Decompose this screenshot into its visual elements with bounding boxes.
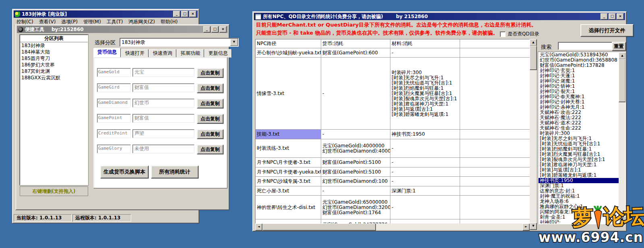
scroll-right-icon[interactable]: ► [522,223,530,231]
totals-listbox[interactable]: 元宝(GameGold):531894360幻世币(GameDiamond):3… [538,52,626,224]
checkbox-icon[interactable] [500,31,506,37]
partition-item[interactable]: 183封神录 [20,42,88,49]
game-manager-titlebar[interactable]: 183封神录 [商业版] _ □ × [14,10,198,18]
npc-path: 神的世界\转生之术-disi.txt [257,205,320,210]
material-cost-line: [时装]与返璞[古]:1 [392,107,458,112]
table-vertical-scrollbar[interactable]: ▲ ▼ [530,39,536,230]
maximize-icon[interactable]: □ [609,13,616,20]
partition-select[interactable]: 183封神录 ▼ [120,38,239,47]
npc-path-cell[interactable]: 时装洗练-3.txt [256,139,321,157]
close-icon[interactable]: × [189,11,196,17]
tab-快速查询[interactable]: 快速查询 [149,49,176,58]
partition-item[interactable]: 188GXX云裳沉默 [20,74,88,81]
tab-货币信息[interactable]: 货币信息 [93,48,121,58]
currency-row: GameGold元宝点击复制 [94,68,227,77]
open-selected-file-button[interactable]: 选择行打开文件 [580,24,634,37]
currency-cost-cell: - [321,186,390,195]
tab-拓展功能[interactable]: 拓展功能 [177,49,204,58]
partition-item[interactable]: 184神墓大陆 [20,49,88,55]
close-icon[interactable]: × [617,13,624,20]
consumption-table[interactable]: NPC路径货币:消耗材料:消耗开心制作\沙城捐献-yueka.txt财富值(Ga… [255,39,530,224]
scroll-up-icon[interactable]: ▲ [619,52,626,60]
table-row[interactable]: 情缘雪-3.txt-时装碎片:300[时装]无尽之剑与飞升:1[时装]无忧仙道与… [256,58,530,130]
copy-button[interactable]: 点击复制 [197,114,223,124]
currency-name-field[interactable]: 元宝 [132,68,194,77]
npc-path-cell[interactable]: 月卡NPC\沙城专属-3.txt [256,177,321,186]
chevron-down-icon[interactable]: ▼ [230,39,238,46]
qd-directory-checkbox[interactable]: 是否查QD目录 [500,31,539,37]
npc-path-cell[interactable]: 神的世界\转生之术-disi.txt [256,196,321,219]
copy-button[interactable]: 点击复制 [197,129,223,139]
npc-path-cell[interactable]: 月卡NPC\月卡使者-3.txt [256,158,321,167]
currency-name-field[interactable]: 财富值 [132,83,194,92]
current-version: 当前版本: 1.0.1.13 [14,214,72,222]
currency-cost-line: 幻世币(GameDiamond):40000 [322,149,389,154]
npc-path-cell[interactable]: 月卡NPC\月卡使者-yueka.txt [256,167,321,176]
currency-code-field[interactable]: GameGird [97,83,131,92]
copy-button[interactable]: 点击复制 [197,145,223,154]
copy-button[interactable]: 点击复制 [197,68,223,78]
currency-name-field[interactable]: 财富值 [132,114,194,123]
currency-row: GameGlory未使用点击复制 [94,145,227,153]
scroll-down-icon[interactable]: ▼ [530,223,537,230]
currency-code-field[interactable]: GameGold [97,68,131,77]
reset-button[interactable]: 重置 [612,42,626,51]
minimize-icon[interactable]: _ [203,26,211,33]
notice-line-1: 目前只能MerChant.txt or QuestDiary目录下所有文件的消耗… [256,21,537,29]
scroll-down-icon[interactable]: ▼ [619,216,626,223]
partition-item[interactable]: 187冥剑龙渊 [20,68,88,74]
table-row[interactable]: 时装洗练-3.txt元宝(GameGold):4000000幻世币(GameDi… [256,139,530,158]
table-horizontal-scrollbar[interactable]: ◄ ► [255,223,530,230]
table-row[interactable]: 死亡小屋-3.txt-深渊门票:1 [256,186,530,196]
npc-path-cell[interactable]: 死亡小屋-3.txt [256,186,321,195]
copy-button[interactable]: 点击复制 [197,99,223,108]
quick-tool-titlebar[interactable]: 便捷工具 by:2152860 _ □ × [17,26,228,33]
currency-code-field[interactable]: GameDiamond [97,99,131,107]
all-consumption-stats-button[interactable]: 所有消耗统计 [151,165,198,178]
partition-item[interactable]: 185圆月弯刀 [20,55,88,62]
maximize-icon[interactable]: □ [181,11,188,17]
minimize-icon[interactable]: _ [173,11,180,17]
npc-path-cell[interactable]: 情缘雪-3.txt [256,58,321,129]
table-row[interactable]: 月卡NPC\沙城专属-3.txt幻世币(GameDiamond):100- [256,177,530,186]
table-row[interactable]: 技能-3.txt-神技书页:1950 [256,130,530,139]
close-icon[interactable]: × [219,26,227,33]
currency-row: CreditPoint声望点击复制 [94,129,227,138]
minimize-icon[interactable]: _ [601,13,608,20]
copy-button[interactable]: 点击复制 [197,83,223,93]
currency-code-field[interactable]: GamePoint [97,114,131,123]
tab-更新信息[interactable]: 更新信息 [204,49,232,58]
currency-name-field[interactable]: 幻世币 [132,99,194,107]
scrollbar-thumb[interactable] [262,223,376,231]
scrollbar-thumb[interactable] [619,59,626,102]
stats-titlebar[interactable]: 所有NPC、QD目录文件消耗统计(免费分享，请勿被骗) by 2152860 _… [254,13,625,20]
material-cost-line: - [392,50,458,56]
table-row[interactable]: 神的世界\转生之术-disi.txt元宝(GameGold):65000000幻… [256,196,530,219]
npc-path-cell[interactable]: 开心制作\沙城捐献-yueka.txt [256,48,321,57]
partition-listbox[interactable]: 分区列表 183封神录184神墓大陆185圆月弯刀186梦幻大世界187冥剑龙渊… [20,35,88,185]
table-row[interactable]: 月卡NPC\月卡使者-3.txt财富值(GamePoint):5100- [256,158,530,167]
filler-cell [460,196,530,219]
material-cost-cell: - [390,139,460,157]
currency-tab-panel: GameGold元宝点击复制GameGird财富值点击复制GameDiamond… [93,57,227,188]
scroll-left-icon[interactable]: ◄ [255,223,262,231]
material-cost-line: [时装]裂魂异次元与天罡[古]:1 [392,96,458,101]
scrollbar-thumb[interactable] [530,46,537,70]
partition-list-header: 分区列表 [20,35,88,42]
table-row[interactable]: 开心制作\沙城捐献-yueka.txt财富值(GamePoint):600- [256,48,530,58]
totals-vertical-scrollbar[interactable]: ▲ ▼ [619,52,625,223]
npc-path-cell[interactable]: 技能-3.txt [256,130,321,139]
currency-code-field[interactable]: GameGlory [97,145,131,153]
currency-cost-cell: - [321,130,390,139]
totals-item[interactable]: 封神印记· [539,220,619,223]
currency-code-field[interactable]: CreditPoint [97,129,131,138]
generate-exchange-script-button[interactable]: 生成货币兑换脚本 [100,165,149,178]
partition-item[interactable]: 186梦幻大世界 [20,62,88,68]
scroll-up-icon[interactable]: ▲ [530,39,537,46]
table-row[interactable]: 月卡NPC\月卡使者-yueka.txt财富值(GamePoint):5100- [256,167,530,177]
search-input[interactable] [558,42,613,50]
currency-name-field[interactable]: 未使用 [132,145,194,153]
tab-快速打开[interactable]: 快速打开 [121,49,149,58]
currency-name-field[interactable]: 声望 [132,129,194,138]
maximize-icon[interactable]: □ [211,26,219,33]
